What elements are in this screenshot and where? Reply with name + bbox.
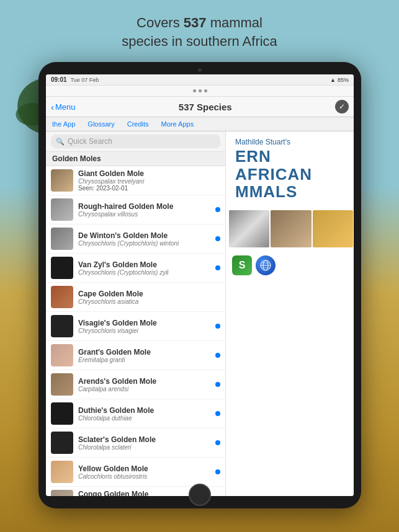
book-title-part2: MMALS [235, 182, 297, 201]
check-button[interactable]: ✓ [335, 100, 349, 113]
section-header: Golden Moles [46, 152, 225, 166]
species-indicator-dot [215, 353, 220, 358]
species-latin-name: Chrysochloris (Cryptochloris) wintoni [78, 240, 213, 247]
species-thumbnail [51, 490, 73, 496]
species-common-name: Van Zyl's Golden Mole [78, 260, 213, 269]
cover-line2: species in southern Africa [122, 33, 277, 49]
species-thumbnail [51, 402, 73, 425]
species-indicator-dot [215, 411, 220, 416]
list-item[interactable]: Arends's Golden MoleCarpitalpa arendsi [46, 370, 225, 399]
wifi-icon: ▲ [330, 77, 336, 83]
status-date: Tue 07 Feb [71, 77, 99, 83]
species-thumbnail [51, 461, 73, 483]
tab-the-app[interactable]: the App [46, 117, 81, 131]
species-thumbnail [51, 315, 73, 337]
logo-globe [256, 255, 276, 275]
logo-s-letter: S [239, 260, 246, 271]
species-latin-name: Chrysochloris asiatica [78, 298, 220, 305]
species-thumbnail [51, 169, 73, 192]
species-common-name: De Winton's Golden Mole [78, 231, 213, 240]
species-thumbnail [51, 257, 73, 279]
tab-glossary[interactable]: Glossary [81, 117, 120, 131]
home-button[interactable] [189, 484, 211, 506]
species-info: De Winton's Golden MoleChrysochloris (Cr… [78, 231, 213, 247]
tabs-row: the App Glossary Credits More Apps [46, 117, 354, 131]
list-item[interactable]: Visagie's Golden MoleChrysochloris visag… [46, 312, 225, 341]
book-title: ERN AFRICAN MMALS [235, 148, 344, 201]
globe-icon [259, 259, 272, 272]
cover-suffix: mammal [207, 15, 262, 30]
species-info: Van Zyl's Golden MoleChrysochloris (Cryp… [78, 260, 213, 276]
species-latin-name: Chlorotalpa duthiae [78, 415, 213, 422]
search-input-wrap[interactable]: 🔍 Quick Search [51, 135, 220, 148]
list-item[interactable]: Giant Golden MoleChrysospalax trevelyani… [46, 166, 225, 195]
species-info: Grant's Golden MoleEremitalpa granti [78, 348, 213, 363]
status-time: 09:01 [51, 76, 67, 83]
species-info: Visagie's Golden MoleChrysochloris visag… [78, 319, 213, 334]
species-common-name: Sclater's Golden Mole [78, 435, 213, 444]
species-info: Giant Golden MoleChrysospalax trevelyani… [78, 169, 220, 192]
top-heading: Covers 537 mammal species in southern Af… [0, 14, 399, 50]
status-icons: ▲ 85% [330, 77, 349, 83]
species-thumbnail [51, 228, 73, 250]
battery-indicator: 85% [338, 77, 349, 83]
species-info: Cape Golden MoleChrysochloris asiatica [78, 290, 220, 305]
species-common-name: Arends's Golden Mole [78, 377, 213, 386]
species-info: Yellow Golden MoleCalcochloris obtusiros… [78, 464, 213, 480]
dot-1 [193, 89, 196, 92]
status-bar: 09:01 Tue 07 Feb ▲ 85% [46, 74, 354, 86]
ipad-camera [198, 68, 202, 72]
content-area: 🔍 Quick Search Golden Moles Giant Golden… [46, 131, 354, 496]
ipad-frame: 09:01 Tue 07 Feb ▲ 85% ‹ Menu 537 Specie… [38, 62, 361, 508]
list-item[interactable]: Grant's Golden MoleEremitalpa granti [46, 341, 225, 370]
tab-credits[interactable]: Credits [121, 117, 155, 131]
hedgehog-image [271, 210, 311, 247]
list-item[interactable]: Rough-haired Golden MoleChrysospalax vil… [46, 195, 225, 224]
three-dots-bar [46, 86, 354, 97]
book-title-part1: ERN AFRICAN [235, 147, 312, 184]
species-latin-name: Carpitalpa arendsi [78, 386, 213, 392]
species-latin-name: Chlorotalpa sclateri [78, 444, 213, 451]
species-common-name: Yellow Golden Mole [78, 464, 213, 473]
species-latin-name: Chrysospalax villosus [78, 211, 213, 218]
species-latin-name: Chrysospalax trevelyani [78, 178, 220, 185]
species-thumbnail [51, 373, 73, 396]
back-button[interactable]: ‹ Menu [51, 102, 76, 112]
list-item[interactable]: Cape Golden MoleChrysochloris asiatica [46, 283, 225, 312]
species-latin-name: Chrysochloris (Cryptochloris) zyli [78, 269, 213, 276]
species-common-name: Cape Golden Mole [78, 290, 220, 298]
species-info: Sclater's Golden MoleChlorotalpa sclater… [78, 435, 213, 451]
species-indicator-dot [215, 207, 220, 212]
ipad-screen: 09:01 Tue 07 Feb ▲ 85% ‹ Menu 537 Specie… [46, 74, 354, 496]
species-thumbnail [51, 286, 73, 308]
search-bar: 🔍 Quick Search [46, 131, 225, 152]
back-arrow-icon: ‹ [51, 102, 54, 112]
cover-count: 537 [184, 15, 207, 30]
species-indicator-dot [215, 382, 220, 387]
list-item[interactable]: Sclater's Golden MoleChlorotalpa sclater… [46, 428, 225, 458]
right-panel: Mathilde Stuart's ERN AFRICAN MMALS S [226, 131, 354, 496]
list-item[interactable]: Van Zyl's Golden MoleChrysochloris (Cryp… [46, 254, 225, 283]
species-latin-name: Eremitalpa granti [78, 357, 213, 363]
nav-title: 537 Species [79, 102, 331, 112]
species-thumbnail [51, 344, 73, 366]
species-indicator-dot [215, 324, 220, 329]
list-item[interactable]: De Winton's Golden MoleChrysochloris (Cr… [46, 224, 225, 254]
tab-more-apps[interactable]: More Apps [155, 117, 200, 131]
dot-2 [199, 89, 202, 92]
species-list[interactable]: Giant Golden MoleChrysospalax trevelyani… [46, 166, 225, 496]
species-indicator-dot [215, 265, 220, 270]
list-item[interactable]: Yellow Golden MoleCalcochloris obtusiros… [46, 458, 225, 487]
species-common-name: Grant's Golden Mole [78, 348, 213, 357]
book-images-grid [229, 207, 353, 250]
species-info: Arends's Golden MoleCarpitalpa arendsi [78, 377, 213, 392]
species-seen-date: Seen: 2023-02-01 [78, 185, 220, 192]
book-cover-text: Mathilde Stuart's ERN AFRICAN MMALS [226, 131, 354, 207]
species-indicator-dot [215, 440, 220, 445]
dot-3 [204, 89, 207, 92]
nav-bar: ‹ Menu 537 Species ✓ [46, 97, 354, 117]
list-item[interactable]: Duthie's Golden MoleChlorotalpa duthiae [46, 399, 225, 428]
species-common-name: Duthie's Golden Mole [78, 406, 213, 415]
search-icon: 🔍 [56, 138, 65, 146]
lion-image [313, 210, 353, 247]
